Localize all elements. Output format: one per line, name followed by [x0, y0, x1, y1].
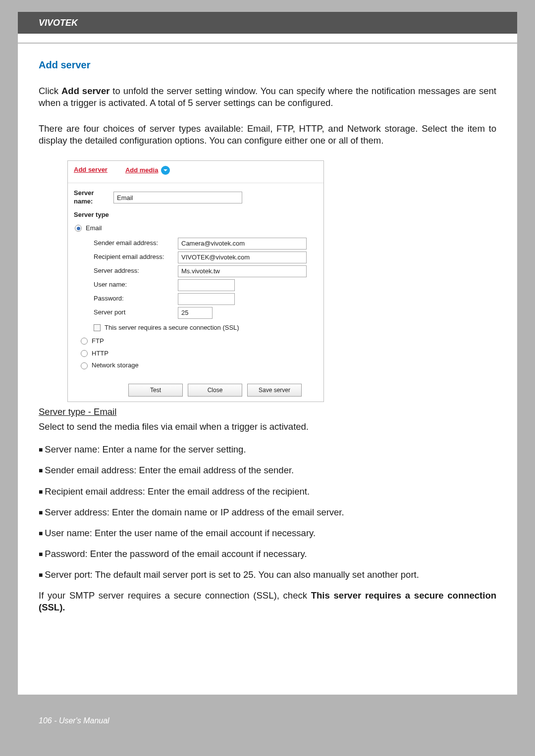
recipient-label: Recipient email address:: [94, 253, 178, 261]
panel-tabs: Add server Add media: [68, 161, 323, 183]
port-label: Server port: [94, 308, 178, 317]
test-button[interactable]: Test: [128, 384, 183, 397]
user-label: User name:: [94, 281, 178, 289]
radio-icon: [81, 362, 88, 369]
radio-email[interactable]: Email: [75, 224, 318, 233]
brand-text: VIVOTEK: [39, 18, 78, 28]
radio-icon: [75, 225, 82, 232]
list-item: Server address: Enter the domain name or…: [39, 506, 496, 518]
ssl-paragraph: If your SMTP server requires a secure co…: [39, 590, 496, 613]
server-name-input[interactable]: [113, 192, 242, 203]
server-name-label: Server name:: [74, 189, 113, 206]
address-input[interactable]: [178, 265, 307, 277]
paragraph-2: There are four choices of server types a…: [39, 123, 496, 147]
sender-label: Sender email address:: [94, 239, 178, 248]
text: Click: [39, 86, 61, 96]
port-input[interactable]: [178, 307, 213, 319]
list-item: Sender email address: Enter the email ad…: [39, 464, 496, 476]
radio-icon: [81, 338, 88, 345]
chevron-down-icon: [161, 166, 170, 175]
user-input[interactable]: [178, 279, 235, 291]
section-title: Add server: [39, 58, 496, 71]
content-area: Add server Click Add server to unfold th…: [18, 44, 517, 613]
list-item: Server port: The default mail server por…: [39, 569, 496, 581]
list-item: User name: Enter the user name of the em…: [39, 527, 496, 539]
add-server-panel: Add server Add media Server name: Server…: [67, 160, 324, 402]
list-item: Server name: Enter a name for the server…: [39, 444, 496, 455]
sender-input[interactable]: [178, 238, 307, 250]
tab-label: Add media: [125, 166, 158, 175]
bullet-list: Server name: Enter a name for the server…: [39, 444, 496, 580]
subsection-text: Select to send the media files via email…: [39, 421, 496, 433]
close-button[interactable]: Close: [188, 384, 242, 397]
bold-text: Add server: [61, 86, 109, 96]
save-server-button[interactable]: Save server: [247, 384, 302, 397]
radio-network-storage[interactable]: Network storage: [81, 361, 318, 370]
pass-input[interactable]: [178, 293, 235, 305]
server-type-label: Server type: [74, 211, 318, 219]
page: VIVOTEK Add server Click Add server to u…: [18, 12, 517, 744]
list-item: Recipient email address: Enter the email…: [39, 486, 496, 498]
header-bar: VIVOTEK: [18, 12, 517, 34]
button-bar: Test Close Save server: [122, 377, 323, 402]
radio-icon: [81, 350, 88, 357]
tab-add-server[interactable]: Add server: [74, 166, 107, 175]
radio-label: HTTP: [92, 350, 108, 358]
ssl-checkbox-row[interactable]: This server requires a secure connection…: [94, 324, 318, 332]
address-label: Server address:: [94, 267, 178, 275]
list-item: Password: Enter the password of the emai…: [39, 548, 496, 560]
paragraph-1: Click Add server to unfold the server se…: [39, 85, 496, 109]
panel-body: Server name: Server type Email Sender em…: [68, 183, 323, 377]
text: If your SMTP server requires a secure co…: [39, 590, 311, 601]
pass-label: Password:: [94, 295, 178, 303]
recipient-input[interactable]: [178, 252, 307, 263]
tab-add-media[interactable]: Add media: [125, 166, 170, 175]
ssl-label: This server requires a secure connection…: [105, 324, 239, 332]
radio-label: Network storage: [92, 361, 139, 370]
checkbox-icon: [94, 324, 101, 331]
radio-ftp[interactable]: FTP: [81, 337, 318, 346]
radio-label: FTP: [92, 337, 104, 346]
page-footer: 106 - User's Manual: [39, 716, 109, 725]
subsection-title: Server type - Email: [39, 406, 496, 418]
radio-label: Email: [86, 224, 102, 233]
radio-http[interactable]: HTTP: [81, 350, 318, 358]
